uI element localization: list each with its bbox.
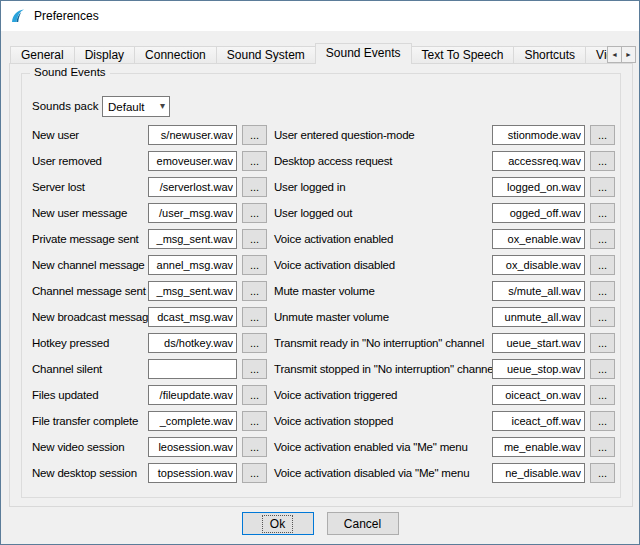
- cancel-button[interactable]: Cancel: [327, 512, 399, 535]
- browse-button[interactable]: ...: [242, 437, 267, 457]
- event-label: Transmit ready in "No interruption" chan…: [274, 337, 484, 349]
- sound-event-rows: New user ... User entered question-mode …: [22, 124, 620, 488]
- sounds-pack-select[interactable]: Default ▾: [102, 96, 170, 117]
- tab-shortcuts[interactable]: Shortcuts: [513, 46, 586, 64]
- sound-file-input[interactable]: [148, 437, 237, 457]
- sound-file-input[interactable]: [148, 203, 237, 223]
- tab-scroll-left-button[interactable]: ◄: [607, 46, 622, 63]
- sound-file-input[interactable]: [148, 411, 237, 431]
- sound-file-input[interactable]: [492, 255, 585, 275]
- event-label: Voice activation enabled: [274, 233, 393, 245]
- sound-file-input[interactable]: [492, 411, 585, 431]
- event-label: New desktop session: [32, 467, 137, 479]
- browse-button[interactable]: ...: [242, 255, 267, 275]
- sound-file-input[interactable]: [148, 307, 237, 327]
- event-label: Server lost: [32, 181, 85, 193]
- browse-button[interactable]: ...: [590, 463, 615, 483]
- sound-file-input[interactable]: [492, 281, 585, 301]
- sound-file-input[interactable]: [148, 125, 237, 145]
- sound-file-input[interactable]: [148, 463, 237, 483]
- browse-button[interactable]: ...: [590, 411, 615, 431]
- preferences-dialog: Preferences General Display Connection S…: [0, 0, 640, 545]
- sound-file-input[interactable]: [492, 229, 585, 249]
- tab-scroll-control: ◄ ►: [608, 46, 636, 63]
- browse-button[interactable]: ...: [590, 255, 615, 275]
- browse-button[interactable]: ...: [242, 151, 267, 171]
- tab-connection[interactable]: Connection: [134, 46, 217, 64]
- browse-button[interactable]: ...: [590, 203, 615, 223]
- window-title: Preferences: [34, 9, 99, 23]
- tab-text-to-speech[interactable]: Text To Speech: [411, 46, 515, 64]
- sounds-pack-row: Sounds pack Default ▾: [22, 96, 620, 118]
- sound-file-input[interactable]: [492, 437, 585, 457]
- event-label: Transmit stopped in "No interruption" ch…: [274, 363, 496, 375]
- sound-file-input[interactable]: [492, 333, 585, 353]
- browse-button[interactable]: ...: [242, 411, 267, 431]
- sound-file-input[interactable]: [492, 385, 585, 405]
- sound-event-row: New user ... User entered question-mode …: [22, 124, 620, 150]
- sound-file-input[interactable]: [492, 307, 585, 327]
- browse-button[interactable]: ...: [590, 333, 615, 353]
- event-label: User removed: [32, 155, 102, 167]
- sound-file-input[interactable]: [492, 177, 585, 197]
- tab-sound-system[interactable]: Sound System: [216, 46, 316, 64]
- event-label: New channel message: [32, 259, 145, 271]
- browse-button[interactable]: ...: [242, 125, 267, 145]
- sound-file-input[interactable]: [148, 333, 237, 353]
- tab-display[interactable]: Display: [74, 46, 135, 64]
- sound-event-row: New broadcast message ... Unmute master …: [22, 306, 620, 332]
- browse-button[interactable]: ...: [590, 229, 615, 249]
- event-label: Voice activation disabled via "Me" menu: [274, 467, 469, 479]
- sound-file-input[interactable]: [148, 255, 237, 275]
- event-label: File transfer complete: [32, 415, 138, 427]
- sound-file-input[interactable]: [148, 177, 237, 197]
- event-label: New user message: [32, 207, 127, 219]
- sound-file-input[interactable]: [148, 359, 237, 379]
- sound-event-row: Files updated ... Voice activation trigg…: [22, 384, 620, 410]
- sound-file-input[interactable]: [492, 359, 585, 379]
- tab-video[interactable]: Video: [585, 46, 608, 64]
- title-bar[interactable]: Preferences: [1, 1, 639, 31]
- event-label: Voice activation stopped: [274, 415, 393, 427]
- browse-button[interactable]: ...: [590, 177, 615, 197]
- tab-sound-events[interactable]: Sound Events: [315, 43, 412, 64]
- browse-button[interactable]: ...: [590, 125, 615, 145]
- group-title: Sound Events: [30, 66, 110, 78]
- sound-file-input[interactable]: [492, 203, 585, 223]
- browse-button[interactable]: ...: [590, 281, 615, 301]
- sound-file-input[interactable]: [148, 151, 237, 171]
- sound-file-input[interactable]: [492, 151, 585, 171]
- cancel-button-label: Cancel: [344, 517, 381, 531]
- sound-file-input[interactable]: [148, 229, 237, 249]
- browse-button[interactable]: ...: [242, 177, 267, 197]
- browse-button[interactable]: ...: [242, 359, 267, 379]
- tab-general[interactable]: General: [10, 46, 75, 64]
- browse-button[interactable]: ...: [590, 437, 615, 457]
- browse-button[interactable]: ...: [590, 359, 615, 379]
- browse-button[interactable]: ...: [242, 203, 267, 223]
- browse-button[interactable]: ...: [590, 307, 615, 327]
- sound-file-input[interactable]: [148, 281, 237, 301]
- sound-event-row: Hotkey pressed ... Transmit ready in "No…: [22, 332, 620, 358]
- sound-file-input[interactable]: [492, 463, 585, 483]
- event-label: Mute master volume: [274, 285, 375, 297]
- browse-button[interactable]: ...: [590, 151, 615, 171]
- sound-file-input[interactable]: [492, 125, 585, 145]
- browse-button[interactable]: ...: [242, 333, 267, 353]
- event-label: Files updated: [32, 389, 98, 401]
- browse-button[interactable]: ...: [590, 385, 615, 405]
- sound-file-input[interactable]: [148, 385, 237, 405]
- ok-button[interactable]: Ok: [242, 512, 314, 535]
- tab-bar: General Display Connection Sound System …: [10, 43, 608, 64]
- app-icon: [9, 8, 26, 25]
- browse-button[interactable]: ...: [242, 281, 267, 301]
- browse-button[interactable]: ...: [242, 229, 267, 249]
- event-label: Hotkey pressed: [32, 337, 109, 349]
- browse-button[interactable]: ...: [242, 307, 267, 327]
- browse-button[interactable]: ...: [242, 463, 267, 483]
- event-label: Desktop access request: [274, 155, 392, 167]
- event-label: New broadcast message: [32, 311, 154, 323]
- event-label: New video session: [32, 441, 124, 453]
- browse-button[interactable]: ...: [242, 385, 267, 405]
- tab-scroll-right-button[interactable]: ►: [621, 46, 636, 63]
